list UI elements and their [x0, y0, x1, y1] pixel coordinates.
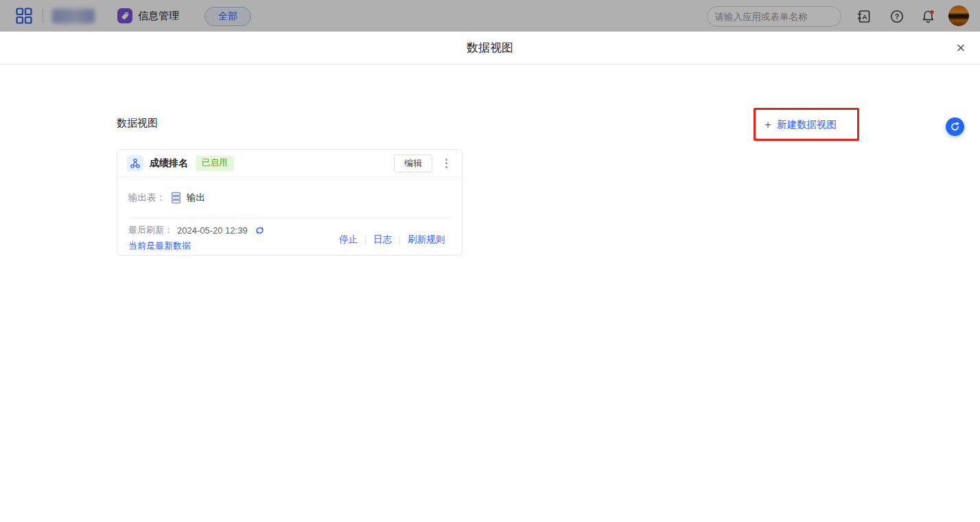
refresh-rule-action[interactable]: 刷新规则	[400, 234, 452, 246]
output-table-icon	[170, 192, 182, 204]
notifications-bell-icon[interactable]	[920, 8, 936, 25]
card-footer: 最后刷新： 2024-05-20 12:39 当前是最新数据 停止	[117, 218, 462, 252]
close-icon[interactable]: ×	[952, 39, 970, 57]
output-table-row: 输出表： 输出	[117, 177, 462, 218]
status-badge-enabled: 已启用	[196, 156, 234, 171]
address-book-glyph: A	[856, 9, 872, 24]
data-view-card: 成绩排名 已启用 编辑 输出表： 输出	[117, 149, 463, 256]
address-book-icon[interactable]: A	[856, 8, 872, 25]
help-glyph: ?	[889, 9, 905, 24]
modal-content: 数据视图 + 新建数据视图	[0, 65, 980, 521]
modal-header: 数据视图 ×	[0, 32, 980, 65]
workspace-logo-blurred	[52, 9, 95, 23]
bell-glyph	[920, 9, 936, 25]
app-name-label: 信息管理	[138, 0, 179, 32]
user-avatar[interactable]	[948, 5, 969, 26]
section-title: 数据视图	[117, 117, 158, 130]
log-action[interactable]: 日志	[366, 234, 399, 246]
topbar: 信息管理 全部 A ?	[0, 0, 980, 32]
help-icon[interactable]: ?	[889, 8, 905, 25]
latest-data-link[interactable]: 当前是最新数据	[128, 240, 191, 252]
data-view-modal: 数据视图 × 数据视图 + 新建数据视图	[0, 32, 980, 522]
more-menu-icon[interactable]	[440, 155, 452, 172]
refresh-fab-icon	[948, 120, 961, 133]
refresh-page-button[interactable]	[946, 117, 964, 136]
topbar-divider	[43, 9, 43, 23]
global-search	[707, 6, 841, 27]
new-data-view-button[interactable]: + 新建数据视图	[759, 113, 842, 136]
card-actions: 停止 日志 刷新规则	[331, 234, 452, 246]
stop-action[interactable]: 停止	[331, 234, 365, 246]
modal-title: 数据视图	[0, 32, 980, 65]
filter-pill-all[interactable]: 全部	[205, 7, 251, 26]
edit-button[interactable]: 编辑	[394, 155, 432, 172]
search-input[interactable]	[715, 12, 837, 22]
page: 信息管理 全部 A ?	[0, 0, 980, 522]
plus-icon: +	[765, 119, 771, 130]
tag-icon	[120, 11, 130, 21]
output-table-label: 输出表：	[128, 192, 165, 204]
cluster-glyph	[130, 158, 141, 169]
card-header: 成绩排名 已启用 编辑	[117, 150, 462, 177]
new-data-view-label: 新建数据视图	[777, 118, 837, 131]
last-refresh-label: 最后刷新：	[128, 224, 173, 236]
apps-grid-icon[interactable]	[15, 7, 33, 25]
grid-icon	[15, 7, 33, 25]
data-view-name: 成绩排名	[150, 157, 188, 170]
output-table-value[interactable]: 输出	[187, 192, 205, 204]
data-view-icon	[127, 155, 143, 172]
svg-text:?: ?	[895, 12, 899, 21]
svg-text:A: A	[863, 13, 867, 21]
app-tag-icon	[117, 8, 132, 23]
last-refresh-time: 2024-05-20 12:39	[177, 225, 248, 236]
refresh-icon[interactable]	[255, 225, 265, 236]
